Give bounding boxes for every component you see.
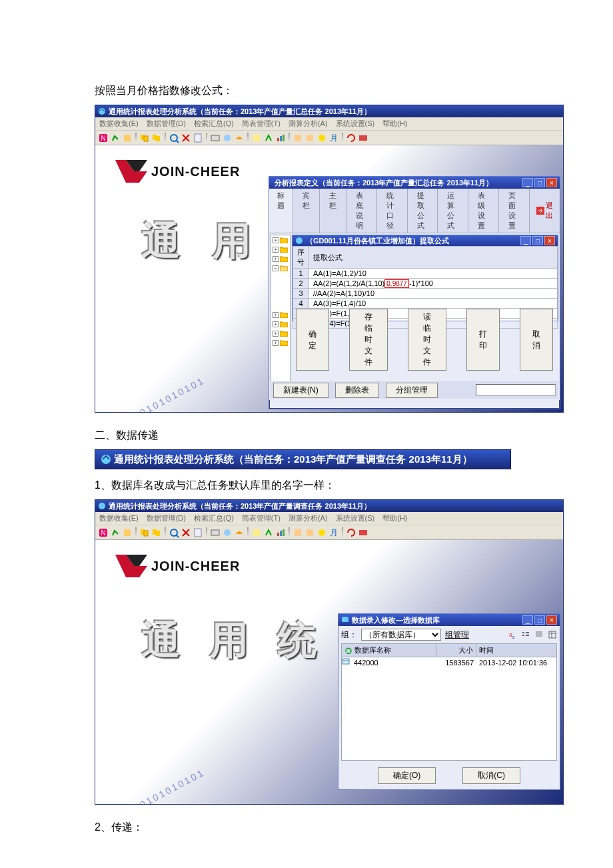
menu-item[interactable]: 简表管理(T) bbox=[242, 119, 281, 129]
details-icon[interactable] bbox=[548, 630, 557, 639]
group-select[interactable]: （所有数据库） bbox=[361, 629, 441, 641]
tool-icon[interactable] bbox=[293, 527, 303, 538]
tool-icon[interactable] bbox=[234, 133, 245, 143]
tool-icon[interactable] bbox=[169, 527, 179, 538]
tree-item[interactable]: + bbox=[271, 310, 290, 319]
tool-icon[interactable] bbox=[193, 133, 203, 143]
col-time[interactable]: 时间 bbox=[476, 644, 556, 657]
maximize-button[interactable]: □ bbox=[534, 178, 545, 187]
maximize-button[interactable]: □ bbox=[534, 615, 545, 625]
def-exit-button[interactable]: 退出 bbox=[530, 189, 560, 233]
tool-icon[interactable] bbox=[251, 527, 262, 538]
close-button[interactable]: × bbox=[546, 178, 557, 187]
tool-icon[interactable] bbox=[263, 527, 274, 538]
tool-icon[interactable] bbox=[110, 133, 121, 143]
tool-icon[interactable] bbox=[305, 133, 315, 143]
tree-item[interactable]: − bbox=[271, 263, 290, 273]
tool-icon[interactable] bbox=[151, 133, 162, 143]
def-tab[interactable]: 主栏 bbox=[320, 189, 346, 233]
tool-icon[interactable] bbox=[122, 133, 133, 143]
tool-icon[interactable] bbox=[346, 133, 356, 143]
menu-item[interactable]: 检索汇总(Q) bbox=[194, 119, 234, 129]
tree-item[interactable]: + bbox=[271, 319, 290, 329]
menu-item[interactable]: 测算分析(A) bbox=[289, 119, 328, 129]
group-mgmt-button[interactable]: 分组管理 bbox=[386, 383, 438, 398]
tool-icon[interactable] bbox=[151, 527, 162, 538]
tool-icon[interactable] bbox=[122, 527, 133, 538]
refresh-icon[interactable] bbox=[344, 647, 352, 655]
minimize-button[interactable]: _ bbox=[522, 615, 533, 625]
def-tab[interactable]: 运算公式 bbox=[438, 189, 468, 233]
minimize-button[interactable]: _ bbox=[520, 236, 531, 245]
tool-icon[interactable] bbox=[263, 133, 274, 143]
tree-item[interactable]: + bbox=[271, 254, 290, 263]
tool-icon[interactable]: N bbox=[98, 527, 109, 538]
menu-item[interactable]: 简表管理(T) bbox=[242, 513, 281, 523]
sort-asc-icon[interactable]: az bbox=[508, 630, 517, 639]
tool-icon[interactable] bbox=[181, 133, 191, 143]
tool-icon[interactable] bbox=[193, 527, 203, 538]
tool-icon[interactable] bbox=[275, 133, 286, 143]
db-ok-button[interactable]: 确定(O) bbox=[378, 767, 436, 784]
tool-icon[interactable] bbox=[181, 527, 191, 538]
tool-icon[interactable]: 月 bbox=[328, 133, 339, 143]
tool-icon[interactable] bbox=[210, 527, 221, 538]
close-button[interactable]: × bbox=[544, 236, 555, 245]
tree-item[interactable]: + bbox=[271, 245, 290, 254]
close-button[interactable]: × bbox=[546, 615, 557, 625]
tool-icon[interactable]: N bbox=[98, 133, 109, 143]
def-tab[interactable]: 表底说明 bbox=[346, 189, 377, 233]
menu-item[interactable]: 数据收集(E) bbox=[99, 119, 139, 129]
list-small-icon[interactable] bbox=[521, 630, 530, 639]
read-temp-button[interactable]: 读临时文件 bbox=[408, 309, 446, 371]
ok-button[interactable]: 确定 bbox=[296, 309, 329, 371]
tool-icon[interactable] bbox=[346, 527, 356, 538]
def-tab[interactable]: 表级设置 bbox=[468, 189, 499, 233]
tool-icon[interactable] bbox=[110, 527, 121, 538]
maximize-button[interactable]: □ bbox=[532, 236, 543, 245]
menu-item[interactable]: 测算分析(A) bbox=[289, 513, 328, 523]
menu-item[interactable]: 系统设置(S) bbox=[336, 513, 375, 523]
tool-icon[interactable] bbox=[222, 527, 233, 538]
group-mgmt-link[interactable]: 组管理 bbox=[445, 629, 469, 641]
tool-icon[interactable] bbox=[316, 527, 327, 538]
formula-row[interactable]: 3//AA(2)=A(1,10)/10 bbox=[293, 289, 558, 299]
tree-item[interactable]: + bbox=[271, 329, 290, 338]
def-tab[interactable]: 提取公式 bbox=[408, 189, 438, 233]
tool-icon[interactable] bbox=[169, 133, 179, 143]
tool-icon[interactable] bbox=[139, 133, 150, 143]
formula-row[interactable]: 2AA(2)=(A(1,2)/A(1,10)0.9877-1)*100 bbox=[293, 279, 558, 289]
tool-icon[interactable] bbox=[139, 527, 150, 538]
menu-item[interactable]: 帮助(H) bbox=[382, 119, 407, 129]
tree-item[interactable]: + bbox=[271, 235, 290, 245]
menu-item[interactable]: 数据管理(D) bbox=[147, 119, 186, 129]
print-button[interactable]: 打印 bbox=[466, 309, 500, 371]
def-tab[interactable]: 统计口径 bbox=[377, 189, 408, 233]
minimize-button[interactable]: _ bbox=[522, 178, 533, 187]
tool-icon[interactable]: 月 bbox=[328, 527, 339, 538]
menu-item[interactable]: 帮助(H) bbox=[382, 513, 407, 523]
cancel-button[interactable]: 取消 bbox=[520, 309, 553, 371]
formula-row[interactable]: 1AA(1)=A(1,2)/10 bbox=[293, 269, 558, 279]
menu-item[interactable]: 检索汇总(Q) bbox=[194, 513, 234, 523]
col-dbname[interactable]: 数据库名称 bbox=[354, 646, 391, 654]
col-size[interactable]: 大小 bbox=[436, 644, 476, 657]
list-large-icon[interactable] bbox=[534, 630, 544, 639]
def-tab[interactable]: 宾栏 bbox=[293, 189, 320, 233]
new-table-button[interactable]: 新建表(N) bbox=[273, 383, 328, 398]
tool-icon[interactable] bbox=[222, 133, 233, 143]
menu-item[interactable]: 系统设置(S) bbox=[336, 119, 375, 129]
menu-item[interactable]: 数据管理(D) bbox=[147, 513, 186, 523]
menu-item[interactable]: 数据收集(E) bbox=[99, 513, 139, 523]
tool-icon[interactable] bbox=[293, 133, 303, 143]
save-temp-button[interactable]: 存临时文件 bbox=[349, 309, 388, 371]
db-list-row[interactable]: 442000 1583567 2013-12-02 10:01:36 bbox=[342, 657, 556, 668]
tool-icon[interactable] bbox=[234, 527, 245, 538]
tool-icon[interactable] bbox=[316, 133, 327, 143]
formula-row[interactable]: 4AA(3)=F(1,4)/10 bbox=[293, 299, 558, 309]
delete-table-button[interactable]: 删除表 bbox=[335, 383, 379, 398]
tool-icon[interactable] bbox=[251, 133, 262, 143]
tool-icon[interactable] bbox=[358, 527, 368, 538]
tool-icon[interactable] bbox=[210, 133, 221, 143]
tree-item[interactable]: + bbox=[271, 338, 290, 347]
